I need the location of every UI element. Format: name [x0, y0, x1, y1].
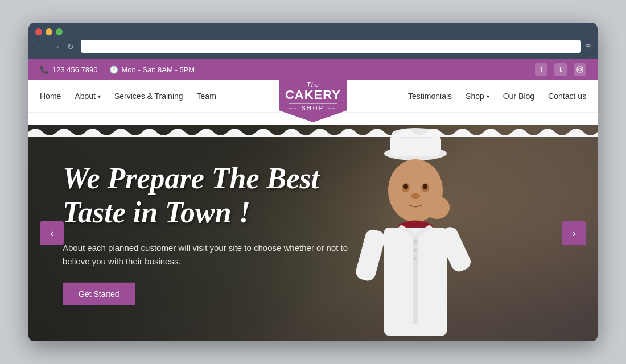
clock-icon: 🕐: [109, 65, 118, 74]
browser-chrome: ← → ↻ https://www.immenseart.com ≡: [28, 23, 598, 59]
about-chevron: ▾: [98, 93, 101, 100]
nav-right: Testimonials Shop ▾ Our Blog Contact us: [408, 80, 586, 112]
hero-title-line2: Taste in Town !: [63, 196, 359, 230]
svg-point-11: [411, 193, 420, 199]
hours-item: 🕐 Mon - Sat: 8AM - 5PM: [109, 65, 195, 74]
business-hours: Mon - Sat: 8AM - 5PM: [122, 65, 195, 74]
svg-point-9: [403, 184, 408, 189]
dot-fullscreen[interactable]: [56, 28, 63, 35]
get-started-button[interactable]: Get Started: [63, 282, 135, 305]
nav-testimonials[interactable]: Testimonials: [408, 80, 452, 112]
browser-bar: ← → ↻ https://www.immenseart.com ≡: [35, 40, 591, 53]
nav-buttons: ← → ↻: [35, 41, 76, 52]
svg-point-10: [423, 184, 427, 189]
browser-dots: [35, 28, 591, 35]
svg-point-20: [425, 196, 450, 219]
prev-slide-button[interactable]: ‹: [40, 221, 64, 245]
nav-left: Home About ▾ Services & Training Team: [40, 80, 216, 112]
chef-svg: [341, 128, 489, 341]
phone-icon: 📞: [40, 65, 49, 74]
address-bar[interactable]: https://www.immenseart.com: [81, 40, 581, 53]
next-slide-button[interactable]: ›: [562, 221, 586, 245]
social-links: f t: [535, 63, 586, 76]
browser-window: ← → ↻ https://www.immenseart.com ≡ 📞 123…: [28, 23, 598, 341]
nav-about[interactable]: About ▾: [75, 80, 101, 112]
top-bar-left: 📞 123 456 7890 🕐 Mon - Sat: 8AM - 5PM: [40, 65, 195, 74]
svg-point-1: [579, 68, 582, 71]
svg-rect-0: [577, 67, 583, 72]
svg-point-16: [414, 249, 417, 252]
nav-blog[interactable]: Our Blog: [503, 80, 534, 112]
nav-team[interactable]: Team: [197, 80, 216, 112]
forward-button[interactable]: →: [50, 41, 63, 52]
hero-title: We Prepare The Best Taste in Town !: [63, 162, 359, 230]
svg-point-15: [414, 240, 417, 243]
refresh-button[interactable]: ↻: [65, 41, 76, 52]
dot-close[interactable]: [35, 28, 42, 35]
twitter-icon[interactable]: t: [554, 63, 567, 76]
phone-number: 123 456 7890: [52, 65, 98, 74]
hero-section: We Prepare The Best Taste in Town ! Abou…: [28, 125, 598, 341]
logo-shape: The CAKERY ━━ SHOP ━━: [279, 75, 347, 122]
instagram-icon[interactable]: [574, 63, 586, 76]
svg-point-2: [581, 68, 582, 69]
dot-minimize[interactable]: [46, 28, 52, 35]
nav-shop[interactable]: Shop ▾: [466, 80, 489, 112]
svg-rect-18: [354, 228, 386, 283]
nav-services[interactable]: Services & Training: [114, 80, 183, 112]
hero-description: About each planned customer will visit y…: [63, 241, 359, 268]
back-button[interactable]: ←: [35, 41, 48, 52]
phone-item: 📞 123 456 7890: [40, 65, 98, 74]
logo-badge[interactable]: The CAKERY ━━ SHOP ━━: [279, 75, 347, 122]
nav-home[interactable]: Home: [40, 80, 61, 112]
browser-menu-icon[interactable]: ≡: [586, 42, 591, 52]
nav-contact[interactable]: Contact us: [548, 80, 586, 112]
svg-rect-14: [413, 233, 418, 324]
website: 📞 123 456 7890 🕐 Mon - Sat: 8AM - 5PM f …: [28, 59, 598, 341]
chef-figure: [336, 125, 495, 341]
facebook-icon[interactable]: f: [535, 63, 547, 76]
logo-cakery: CAKERY: [285, 88, 341, 102]
shop-chevron: ▾: [487, 93, 489, 100]
hero-title-line1: We Prepare The Best: [63, 162, 359, 196]
hero-content: We Prepare The Best Taste in Town ! Abou…: [63, 162, 359, 305]
nav-bar: Home About ▾ Services & Training Team Th…: [28, 80, 598, 113]
svg-point-17: [414, 257, 417, 260]
logo-shop: ━━ SHOP ━━: [289, 103, 337, 112]
hero-top-wavy: [28, 125, 598, 136]
